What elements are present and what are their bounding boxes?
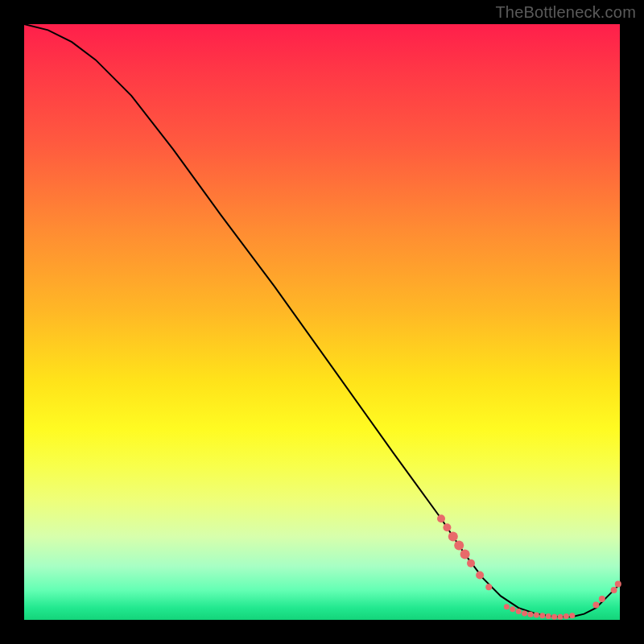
data-marker (448, 531, 458, 541)
data-marker (615, 581, 621, 588)
data-marker (528, 612, 534, 617)
data-marker (504, 604, 510, 609)
data-marker (476, 572, 484, 580)
marker-group (437, 514, 621, 620)
data-marker (539, 613, 545, 618)
data-marker (599, 596, 605, 602)
data-marker (592, 602, 599, 609)
data-marker (551, 614, 557, 620)
data-marker (564, 613, 569, 619)
data-marker (437, 514, 445, 522)
watermark-text: TheBottleneck.com (495, 3, 636, 22)
data-marker (460, 550, 470, 559)
data-marker (569, 613, 575, 618)
data-marker (485, 584, 492, 590)
plot-area (24, 24, 620, 620)
bottleneck-curve (24, 24, 620, 617)
data-marker (558, 614, 564, 620)
data-marker (522, 610, 527, 616)
data-marker (510, 606, 515, 612)
data-marker (516, 609, 522, 614)
data-marker (611, 587, 617, 593)
data-marker (534, 613, 539, 618)
data-marker (546, 613, 551, 619)
curve-svg (24, 24, 620, 620)
data-marker (467, 559, 475, 568)
data-marker (454, 541, 464, 551)
chart-stage: TheBottleneck.com (0, 0, 644, 644)
data-marker (443, 523, 451, 531)
